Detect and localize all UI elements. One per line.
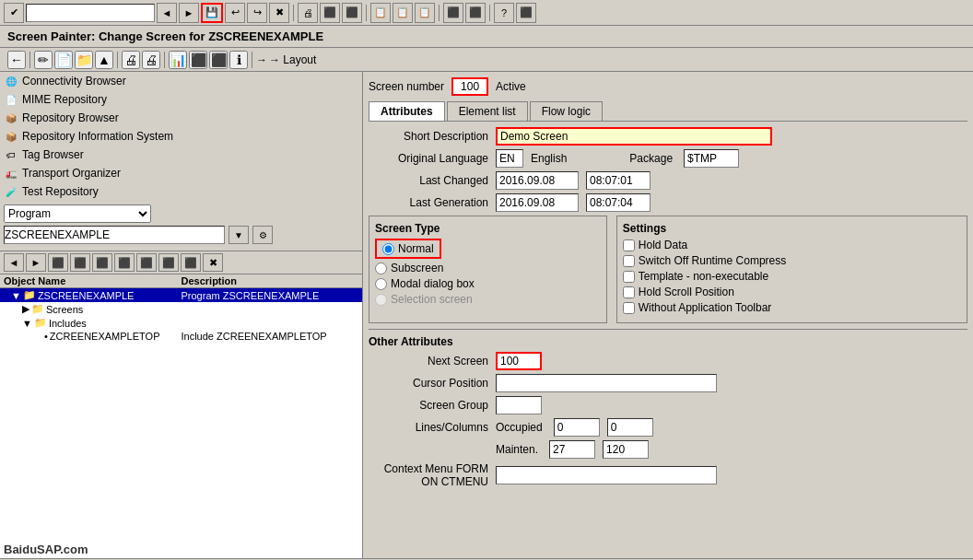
- radio-modal[interactable]: [375, 278, 387, 290]
- package-input[interactable]: [684, 149, 739, 168]
- nav-item-repository[interactable]: 📦 Repository Browser: [0, 109, 362, 127]
- occ-val2-input[interactable]: [607, 418, 653, 437]
- menu-nodes2[interactable]: ⬛: [209, 51, 228, 69]
- menu-nodes[interactable]: ⬛: [189, 51, 207, 69]
- menu-info[interactable]: ℹ: [229, 51, 248, 69]
- program-type-select[interactable]: Program Function Group Class: [4, 204, 151, 223]
- toolbar-save[interactable]: 💾: [201, 3, 223, 23]
- context-menu-row: Context Menu FORM ON CTMENU: [369, 462, 967, 488]
- lt-btn10[interactable]: ✖: [203, 253, 223, 272]
- screen-type-box: Screen Type Normal Subscreen Modal dialo: [369, 216, 607, 323]
- occ-val1-input[interactable]: [554, 418, 600, 437]
- menu-sep4: [252, 52, 252, 68]
- lt-btn4[interactable]: ⬛: [70, 253, 90, 272]
- tabs: Attributes Element list Flow logic: [369, 101, 967, 122]
- mainten-val1-input[interactable]: [549, 440, 595, 459]
- menu-page[interactable]: 📄: [54, 51, 73, 69]
- nav-item-connectivity[interactable]: 🌐 Connectivity Browser: [0, 72, 362, 90]
- tab-flow-logic[interactable]: Flow logic: [530, 101, 603, 121]
- toolbar-sep4: [489, 5, 490, 21]
- tree-row-zscreenexample[interactable]: ▼ 📁 ZSCREENEXAMPLE Program ZSCREENEXAMPL…: [0, 288, 362, 302]
- next-screen-input[interactable]: [496, 352, 542, 370]
- lt-btn5[interactable]: ⬛: [92, 253, 112, 272]
- toolbar-btn4[interactable]: ⬛: [465, 3, 486, 23]
- tree-expand-2: ▶: [22, 303, 29, 315]
- radio-normal[interactable]: [382, 243, 394, 255]
- program-name-input[interactable]: [4, 226, 225, 244]
- toolbar-forward[interactable]: ►: [179, 3, 199, 23]
- toolbar-btn5[interactable]: ⬛: [516, 3, 536, 23]
- radio-selection: [375, 294, 387, 306]
- tree-cell-desc-1: Program ZSCREENEXAMPLE: [182, 289, 359, 301]
- radio-modal-row: Modal dialog box: [375, 277, 601, 290]
- toolbar-input[interactable]: [26, 4, 155, 22]
- nav-item-transport[interactable]: 🚛 Transport Organizer: [0, 164, 362, 182]
- screen-group-input[interactable]: [496, 396, 542, 414]
- menu-print2[interactable]: 🖨: [142, 51, 160, 69]
- lt-btn2[interactable]: ►: [26, 253, 46, 272]
- lt-btn8[interactable]: ⬛: [158, 253, 179, 272]
- layout-menu[interactable]: → → Layout: [256, 53, 316, 66]
- radio-normal-row: Normal: [375, 239, 601, 259]
- menu-sep3: [164, 52, 165, 68]
- screen-number-value: 100: [451, 77, 488, 96]
- toolbar-copy3[interactable]: 📋: [415, 3, 435, 23]
- toolbar-copy1[interactable]: 📋: [370, 3, 391, 23]
- lt-btn3[interactable]: ⬛: [48, 253, 68, 272]
- checkbox-hold-data[interactable]: [623, 239, 635, 251]
- toolbar-redo[interactable]: ↪: [247, 3, 267, 23]
- cursor-pos-input[interactable]: [496, 374, 717, 392]
- toolbar-btn3[interactable]: ⬛: [443, 3, 463, 23]
- toolbar-undo[interactable]: ↩: [225, 3, 245, 23]
- tree-row-screens[interactable]: ▶ 📁 Screens: [0, 302, 362, 316]
- lt-btn1[interactable]: ◄: [4, 253, 24, 272]
- menu-chart[interactable]: 📊: [169, 51, 187, 69]
- context-menu-input[interactable]: [496, 466, 717, 484]
- repo-info-icon: 📦: [4, 129, 18, 144]
- lt-btn6[interactable]: ⬛: [114, 253, 135, 272]
- menu-print1[interactable]: 🖨: [122, 51, 140, 69]
- menu-folder[interactable]: 📁: [75, 51, 93, 69]
- radio-subscreen[interactable]: [375, 262, 387, 274]
- toolbar-copy2[interactable]: 📋: [393, 3, 413, 23]
- checkbox-switch-off[interactable]: [623, 255, 635, 267]
- toolbar-checkmark[interactable]: ✔: [4, 3, 24, 23]
- tab-element-list[interactable]: Element list: [447, 101, 528, 121]
- menu-back[interactable]: ←: [7, 51, 26, 69]
- nav-tree: 🌐 Connectivity Browser 📄 MIME Repository…: [0, 72, 362, 201]
- toolbar-print[interactable]: 🖨: [298, 3, 318, 23]
- program-select-area: Program Function Group Class ▼ ⚙: [0, 201, 362, 251]
- program-dropdown-btn[interactable]: ▼: [229, 226, 249, 244]
- nav-item-repo-info[interactable]: 📦 Repository Information System: [0, 127, 362, 146]
- cb-switch-off-label: Switch Off Runtime Compress: [639, 254, 787, 267]
- nav-item-tag[interactable]: 🏷 Tag Browser: [0, 146, 362, 164]
- toolbar-back[interactable]: ◄: [157, 3, 177, 23]
- lt-btn7[interactable]: ⬛: [136, 253, 157, 272]
- mainten-val2-input[interactable]: [603, 440, 649, 459]
- short-desc-input[interactable]: [496, 127, 772, 146]
- lt-btn9[interactable]: ⬛: [181, 253, 201, 272]
- nav-item-mime[interactable]: 📄 MIME Repository: [0, 90, 362, 109]
- tree-cell-desc-4: Include ZCREENEXAMPLETOP: [182, 331, 359, 342]
- toolbar-btn1[interactable]: ⬛: [320, 3, 340, 23]
- radio-modal-label: Modal dialog box: [391, 277, 475, 290]
- toolbar-help[interactable]: ?: [494, 3, 514, 23]
- tree-folder-2: 📁: [31, 303, 44, 315]
- toolbar-stop[interactable]: ✖: [269, 3, 289, 23]
- tab-attributes[interactable]: Attributes: [369, 101, 445, 121]
- short-desc-label: Short Description: [369, 130, 488, 143]
- program-execute-btn[interactable]: ⚙: [252, 226, 273, 244]
- toolbar-btn2[interactable]: ⬛: [342, 3, 362, 23]
- layout-arrow: →: [256, 53, 267, 66]
- tag-icon: 🏷: [4, 147, 18, 162]
- checkbox-template[interactable]: [623, 271, 635, 283]
- checkbox-without-toolbar[interactable]: [623, 302, 635, 314]
- menu-edit[interactable]: ✏: [34, 51, 53, 69]
- tree-row-includes[interactable]: ▼ 📁 Includes: [0, 316, 362, 330]
- nav-item-test[interactable]: 🧪 Test Repository: [0, 182, 362, 201]
- orig-lang-code[interactable]: [496, 149, 523, 168]
- tree-row-zcreenexampletop[interactable]: • ZCREENEXAMPLETOP Include ZCREENEXAMPLE…: [0, 330, 362, 343]
- last-changed-date: [496, 171, 579, 190]
- checkbox-hold-scroll[interactable]: [623, 286, 635, 298]
- menu-up[interactable]: ▲: [95, 51, 113, 69]
